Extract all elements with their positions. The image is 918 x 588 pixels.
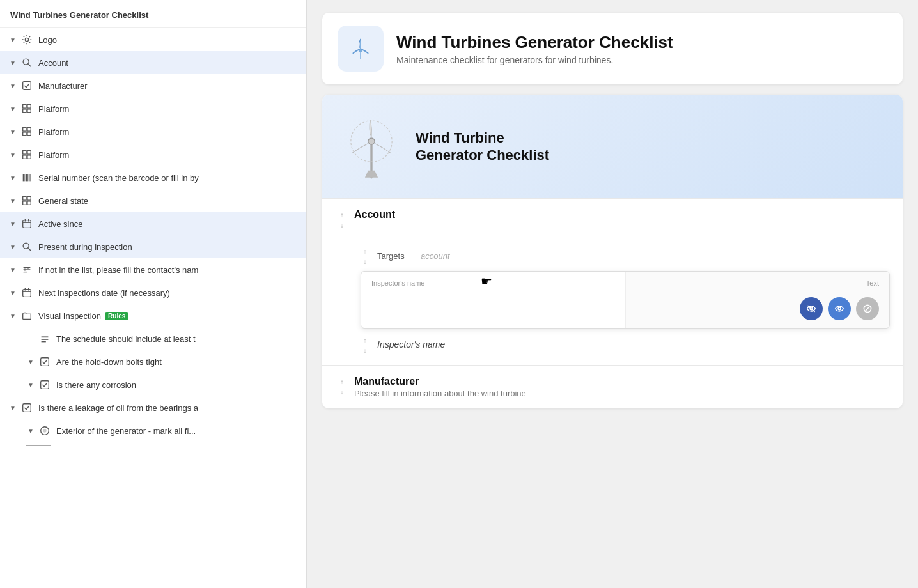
popup-right-label: Text (636, 279, 880, 287)
tree-label-corrosion: Is there any corrosion (56, 380, 136, 390)
calendar-icon-nextinspection (19, 285, 35, 300)
manufacturer-section: ↑ ↓ Manufacturer Please fill in informat… (322, 365, 903, 408)
tree-item-generalstate[interactable]: ▼ General state (0, 189, 306, 212)
tree-label-serial: Serial number (scan the barcode or fill … (38, 173, 199, 183)
tree-item-platform2[interactable]: ▼ Platform (0, 120, 306, 143)
manufacturer-section-title: Manufacturer (354, 376, 887, 387)
tree-label-activesince: Active since (38, 219, 82, 229)
tree-item-corrosion[interactable]: ▼ Is there any corrosion (0, 373, 306, 396)
account-section-title: Account (354, 209, 887, 220)
svg-line-31 (28, 248, 31, 251)
tree-item-ifnotinlist[interactable]: ▼ T= If not in the list, please fill the… (0, 258, 306, 281)
svg-rect-13 (27, 151, 31, 154)
left-panel: Wind Turbines Generator Checklist ▼ Logo… (0, 0, 307, 588)
targets-row-inner: Targets account (377, 251, 887, 261)
inspectors-move-down[interactable]: ↓ (361, 346, 370, 355)
search-icon-presentinspection (19, 239, 35, 254)
svg-point-59 (838, 307, 841, 310)
grid-icon-generalstate (19, 193, 35, 208)
svg-rect-19 (27, 174, 28, 182)
targets-label: Targets (377, 251, 416, 261)
svg-rect-45 (41, 381, 49, 389)
svg-rect-23 (27, 197, 31, 200)
lines-icon-schedule (37, 331, 52, 346)
tree-label-account: Account (38, 58, 68, 68)
tree-item-nextinspection[interactable]: ▼ Next inspections date (if necessary) (0, 281, 306, 304)
circle-icon-exterior (37, 423, 52, 438)
grid-icon-platform2 (19, 124, 35, 139)
chevron-account: ▼ (8, 58, 18, 68)
manufacturer-move-down[interactable]: ↓ (338, 387, 346, 396)
svg-rect-10 (23, 132, 26, 135)
svg-rect-16 (23, 174, 24, 182)
svg-line-61 (866, 307, 869, 311)
manufacturer-section-content: Manufacturer Please fill in information … (354, 376, 887, 398)
popup-right: Text (626, 272, 890, 328)
svg-rect-9 (27, 128, 31, 131)
account-section-content: Account (354, 209, 887, 222)
targets-value: account (421, 251, 450, 261)
tree-label-generalstate: General state (38, 196, 88, 206)
tree-label-logo: Logo (38, 35, 57, 45)
tree-item-manufacturer[interactable]: ▼ Manufacturer (0, 74, 306, 97)
manufacturer-section-header: ↑ ↓ Manufacturer Please fill in informat… (322, 366, 903, 408)
svg-rect-44 (41, 358, 49, 366)
chevron-logo: ▼ (8, 35, 18, 45)
tree-item-schedule[interactable]: ▼ The schedule should include at least t (0, 327, 306, 350)
inspectors-move-up[interactable]: ↑ (361, 336, 370, 344)
action-eye-btn[interactable] (828, 297, 851, 320)
action-slash-btn[interactable] (856, 297, 879, 320)
chevron-manufacturer: ▼ (8, 81, 18, 91)
tree-item-presentinspection[interactable]: ▼ Present during inspection (0, 235, 306, 258)
turbine-illustration (343, 110, 400, 183)
tree-item-account[interactable]: ▼ Account (0, 51, 306, 74)
svg-point-0 (25, 38, 28, 41)
tree-item-platform1[interactable]: ▼ Platform (0, 97, 306, 120)
account-section: ↑ ↓ Account ↑ ↓ Targets account (322, 198, 903, 360)
tree-item-logo[interactable]: ▼ Logo (0, 28, 306, 51)
tree-item-holddown[interactable]: ▼ Are the hold-down bolts tight (0, 350, 306, 373)
tree-label-exterior: Exterior of the generator - mark all fi.… (56, 426, 196, 436)
preview-area: Wind TurbineGenerator Checklist ↑ ↓ Acco… (322, 95, 903, 408)
search-icon-account (19, 55, 35, 70)
tree-label-ifnotinlist: If not in the list, please fill the cont… (38, 265, 198, 275)
svg-rect-12 (23, 151, 26, 154)
popup-box: Inspector's name Text (361, 271, 890, 329)
tree-item-exterior[interactable]: ▼ Exterior of the generator - mark all f… (0, 419, 306, 442)
svg-rect-3 (23, 82, 31, 90)
tree-label-schedule: The schedule should include at least t (56, 334, 196, 344)
tree-item-platform3[interactable]: ▼ Platform (0, 143, 306, 166)
header-title: Wind Turbines Generator Checklist (396, 33, 673, 52)
action-eye-slash-btn[interactable] (800, 297, 823, 320)
inspectors-name-label: Inspector's name (377, 339, 445, 350)
app-icon (338, 26, 384, 72)
tree-item-visualinspection[interactable]: ▼ Visual Inspection Rules (0, 304, 306, 327)
account-move-down[interactable]: ↓ (338, 220, 346, 229)
tree-item-leakage[interactable]: ▼ Is there a leakage of oil from the bea… (0, 396, 306, 419)
account-move-up[interactable]: ↑ (338, 210, 346, 219)
tree-label-platform1: Platform (38, 104, 69, 114)
svg-point-30 (23, 243, 29, 249)
tree-label-leakage: Is there a leakage of oil from the beari… (38, 403, 198, 413)
svg-rect-11 (27, 132, 31, 135)
svg-rect-41 (42, 336, 49, 337)
manufacturer-move-up[interactable]: ↑ (338, 377, 346, 386)
svg-rect-24 (23, 201, 26, 205)
text-icon-ifnotinlist: T= (19, 262, 35, 277)
inspectors-name-popup-area: ☛ Inspector's name Text (322, 271, 903, 360)
svg-rect-15 (27, 155, 31, 159)
svg-rect-14 (23, 155, 26, 159)
left-panel-title: Wind Turbines Generator Checklist (0, 0, 306, 28)
tree-item-activesince[interactable]: ▼ Active since (0, 212, 306, 235)
svg-rect-43 (42, 341, 46, 343)
svg-rect-37 (23, 290, 31, 297)
grid-icon-platform1 (19, 101, 35, 116)
targets-move-up[interactable]: ↑ (361, 247, 370, 256)
svg-point-55 (368, 138, 375, 144)
targets-move-down[interactable]: ↓ (361, 257, 370, 266)
svg-rect-46 (23, 404, 31, 412)
chevron-leakage: ▼ (8, 403, 18, 413)
tree-item-serial[interactable]: ▼ Serial number (scan the barcode or fil… (0, 166, 306, 189)
turbine-title: Wind TurbineGenerator Checklist (416, 129, 549, 164)
svg-rect-8 (23, 128, 26, 131)
